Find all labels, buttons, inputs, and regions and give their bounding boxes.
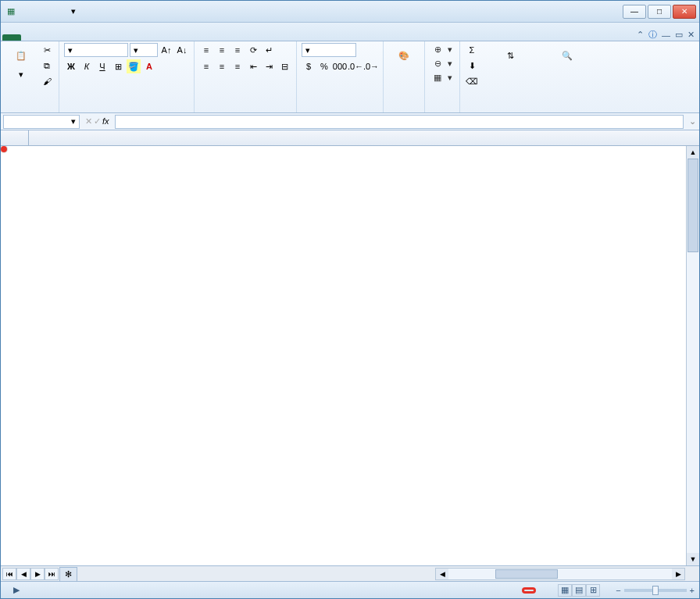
group-alignment: ≡ ≡ ≡ ⟳ ↵ ≡ ≡ ≡ ⇤ ⇥ ⊟ xyxy=(195,41,297,112)
doc-restore-icon[interactable]: ▭ xyxy=(675,30,683,40)
copy-icon[interactable]: ⧉ xyxy=(40,59,54,73)
qat-dropdown-icon[interactable]: ▾ xyxy=(66,5,80,19)
font-name-combo[interactable]: ▾ xyxy=(64,43,128,57)
help-icon[interactable]: ⓘ xyxy=(648,29,657,41)
insert-cells-button[interactable]: ⊕ ▾ xyxy=(430,43,455,55)
ribbon-minimize-icon[interactable]: ⌃ xyxy=(637,30,644,40)
zoom-slider[interactable] xyxy=(624,589,687,592)
select-all-corner[interactable] xyxy=(1,130,29,145)
scroll-down-icon[interactable]: ▼ xyxy=(687,553,699,565)
maximize-button[interactable]: □ xyxy=(648,5,671,19)
scroll-up-icon[interactable]: ▲ xyxy=(687,146,699,159)
underline-icon[interactable]: Ч xyxy=(95,59,109,73)
font-size-combo[interactable]: ▾ xyxy=(130,43,158,57)
format-cells-button[interactable]: ▦ ▾ xyxy=(430,71,455,84)
styles-button[interactable]: 🎨 xyxy=(388,43,420,70)
macro-record-icon[interactable]: ▶ xyxy=(13,585,20,595)
zoom-in-icon[interactable]: + xyxy=(690,586,695,595)
normal-view-icon[interactable]: ▦ xyxy=(558,584,572,597)
align-bottom-icon[interactable]: ≡ xyxy=(230,43,245,57)
wrap-text-icon[interactable]: ↵ xyxy=(262,43,276,57)
increase-font-icon[interactable]: A↑ xyxy=(159,43,173,57)
clear-icon[interactable]: ⌫ xyxy=(465,74,479,88)
page-break-view-icon[interactable]: ⊞ xyxy=(586,584,600,597)
group-editing: Σ ⬇ ⌫ ⇅ 🔍 xyxy=(460,41,598,112)
chevron-down-icon: ▾ xyxy=(71,116,76,127)
doc-close-icon[interactable]: ✕ xyxy=(688,30,695,40)
group-font: ▾ ▾ A↑ A↓ Ж К Ч ⊞ 🪣 A xyxy=(59,41,195,112)
fx-icon[interactable]: fx xyxy=(102,116,109,127)
file-tab[interactable] xyxy=(2,34,21,41)
scroll-left-icon[interactable]: ◀ xyxy=(436,569,448,579)
sheet-nav-last-icon[interactable]: ⏭ xyxy=(45,568,59,580)
orientation-icon[interactable]: ⟳ xyxy=(246,43,260,57)
grid: ▲ ▼ xyxy=(1,130,699,565)
decrease-font-icon[interactable]: A↓ xyxy=(175,43,189,57)
group-alignment-label xyxy=(199,109,291,111)
italic-icon[interactable]: К xyxy=(80,59,94,73)
horizontal-scrollbar[interactable]: ◀ ▶ xyxy=(435,568,685,580)
increase-indent-icon[interactable]: ⇥ xyxy=(262,59,276,73)
ribbon-body: 📋 ▾ ✂ ⧉ 🖌 ▾ ▾ A↑ A↓ xyxy=(1,41,699,113)
doc-minimize-icon[interactable]: — xyxy=(662,30,670,40)
sheet-nav-prev-icon[interactable]: ◀ xyxy=(16,568,30,580)
save-icon[interactable] xyxy=(20,5,34,19)
undo-icon[interactable] xyxy=(35,5,49,19)
fill-color-icon[interactable]: 🪣 xyxy=(127,59,141,73)
hscroll-thumb[interactable] xyxy=(495,569,558,579)
bold-icon[interactable]: Ж xyxy=(64,59,78,73)
merge-icon[interactable]: ⊟ xyxy=(277,59,291,73)
scroll-right-icon[interactable]: ▶ xyxy=(672,569,684,579)
group-cells: ⊕ ▾ ⊖ ▾ ▦ ▾ xyxy=(425,41,460,112)
align-left-icon[interactable]: ≡ xyxy=(199,59,213,73)
delete-cells-button[interactable]: ⊖ ▾ xyxy=(430,57,455,70)
decrease-decimal-icon[interactable]: .0→ xyxy=(364,59,378,73)
find-select-button[interactable]: 🔍 xyxy=(541,43,593,70)
redo-icon[interactable] xyxy=(51,5,65,19)
percent-icon[interactable]: % xyxy=(317,59,331,73)
font-color-icon[interactable]: A xyxy=(142,59,156,73)
excel-icon: ▦ xyxy=(4,5,18,19)
new-sheet-button[interactable]: ✻ xyxy=(59,567,77,581)
sheet-nav-first-icon[interactable]: ⏮ xyxy=(2,568,16,580)
group-clipboard: 📋 ▾ ✂ ⧉ 🖌 xyxy=(1,41,59,112)
group-font-label xyxy=(64,109,189,111)
vertical-scrollbar[interactable]: ▲ ▼ xyxy=(686,146,699,565)
number-format-combo[interactable]: ▾ xyxy=(302,43,356,57)
sort-filter-button[interactable]: ⇅ xyxy=(482,43,538,70)
currency-icon[interactable]: $ xyxy=(302,59,316,73)
border-icon[interactable]: ⊞ xyxy=(111,59,125,73)
close-button[interactable]: ✕ xyxy=(673,5,696,19)
ribbon-tabs: ⌃ ⓘ — ▭ ✕ xyxy=(1,23,699,41)
align-center-icon[interactable]: ≡ xyxy=(215,59,229,73)
vscroll-thumb[interactable] xyxy=(688,159,698,252)
align-top-icon[interactable]: ≡ xyxy=(199,43,213,57)
group-editing-label xyxy=(465,109,593,111)
expand-formula-bar-icon[interactable]: ⌄ xyxy=(686,116,699,127)
align-right-icon[interactable]: ≡ xyxy=(230,59,245,73)
sheet-nav-next-icon[interactable]: ▶ xyxy=(30,568,45,580)
cut-icon[interactable]: ✂ xyxy=(40,43,54,57)
minimize-button[interactable]: — xyxy=(623,5,646,19)
format-cells-icon: ▦ xyxy=(432,72,443,83)
enter-formula-icon[interactable]: ✓ xyxy=(94,116,101,127)
cancel-formula-icon[interactable]: ✕ xyxy=(85,116,92,127)
comma-icon[interactable]: 000 xyxy=(333,59,347,73)
formula-bar: ▾ ✕ ✓ fx ⌄ xyxy=(1,113,699,130)
column-headers xyxy=(1,130,699,146)
align-middle-icon[interactable]: ≡ xyxy=(215,43,229,57)
paste-button[interactable]: 📋 ▾ xyxy=(5,43,37,81)
zoom-out-icon[interactable]: − xyxy=(616,586,620,595)
name-box[interactable]: ▾ xyxy=(3,115,80,129)
fill-icon[interactable]: ⬇ xyxy=(465,59,479,73)
increase-decimal-icon[interactable]: .0← xyxy=(348,59,362,73)
styles-icon: 🎨 xyxy=(391,45,416,66)
autosum-icon[interactable]: Σ xyxy=(465,43,479,57)
format-painter-icon[interactable]: 🖌 xyxy=(40,74,54,88)
grid-rows[interactable]: ▲ ▼ xyxy=(1,146,699,565)
formula-input[interactable] xyxy=(115,115,684,129)
group-number: ▾ $ % 000 .0← .0→ xyxy=(297,41,384,112)
decrease-indent-icon[interactable]: ⇤ xyxy=(246,59,260,73)
paste-icon: 📋 xyxy=(9,45,34,66)
page-layout-view-icon[interactable]: ▤ xyxy=(572,584,586,597)
